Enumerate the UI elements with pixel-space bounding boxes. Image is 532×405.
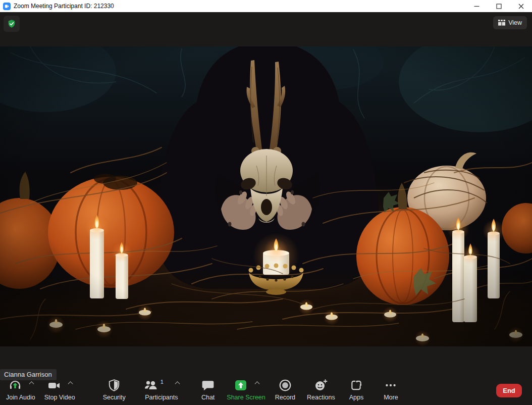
join-audio-chevron-icon[interactable] [29, 381, 34, 386]
window-title: Zoom Meeting Participant ID: 212330 [14, 3, 114, 10]
participants-chevron-icon[interactable] [175, 381, 180, 386]
reactions-label: Reactions [307, 394, 335, 401]
shield-icon [108, 379, 120, 392]
reactions-icon [314, 379, 328, 392]
maximize-button[interactable] [488, 0, 510, 12]
headphones-icon [8, 379, 22, 392]
join-audio-label: Join Audio [6, 394, 35, 401]
close-button[interactable] [510, 0, 532, 12]
stop-video-label: Stop Video [44, 394, 75, 401]
zoom-camera-icon [3, 3, 11, 10]
join-audio-button[interactable]: Join Audio [6, 378, 35, 403]
stop-video-button[interactable]: Stop Video [44, 378, 75, 403]
chat-button[interactable]: Chat [201, 378, 215, 403]
more-icon [384, 379, 397, 392]
share-screen-chevron-icon[interactable] [254, 381, 259, 386]
video-camera-icon [47, 379, 61, 392]
record-label: Record [275, 394, 295, 401]
share-screen-button[interactable]: Share Screen [227, 378, 265, 403]
share-screen-label: Share Screen [227, 394, 265, 401]
participants-count: 1 [161, 379, 164, 385]
view-button-label: View [508, 19, 522, 26]
apps-button[interactable]: Apps [349, 378, 364, 403]
apps-icon [350, 379, 363, 392]
record-icon [279, 379, 292, 392]
stop-video-chevron-icon[interactable] [68, 381, 73, 386]
reactions-button[interactable]: Reactions [307, 378, 335, 403]
meeting-info-button[interactable] [4, 16, 20, 32]
gallery-view-icon [498, 20, 505, 26]
more-label: More [384, 394, 398, 401]
zoom-meeting-window: Zoom Meeting Participant ID: 212330 [0, 0, 532, 405]
video-feed [0, 46, 532, 346]
more-button[interactable]: More [384, 378, 398, 403]
record-button[interactable]: Record [275, 378, 295, 403]
security-label: Security [103, 394, 126, 401]
share-screen-icon [234, 379, 248, 392]
end-meeting-button[interactable]: End [496, 384, 522, 397]
chat-bubble-icon [201, 379, 215, 392]
meeting-top-bar: View [0, 12, 532, 46]
participants-icon [144, 379, 159, 392]
title-bar: Zoom Meeting Participant ID: 212330 [0, 0, 532, 12]
halloween-scene-image [0, 46, 532, 346]
chat-label: Chat [201, 394, 215, 401]
meeting-bottom-bar: Cianna Garrison Join Audio [0, 346, 532, 405]
security-button[interactable]: Security [103, 378, 126, 403]
minimize-button[interactable] [465, 0, 488, 12]
shield-check-icon [7, 19, 16, 28]
apps-label: Apps [349, 394, 364, 401]
meeting-toolbar: Join Audio Stop Video [0, 377, 532, 405]
view-button[interactable]: View [493, 16, 527, 29]
participants-label: Participants [145, 394, 178, 401]
participants-button[interactable]: 1 Participants [144, 378, 179, 403]
